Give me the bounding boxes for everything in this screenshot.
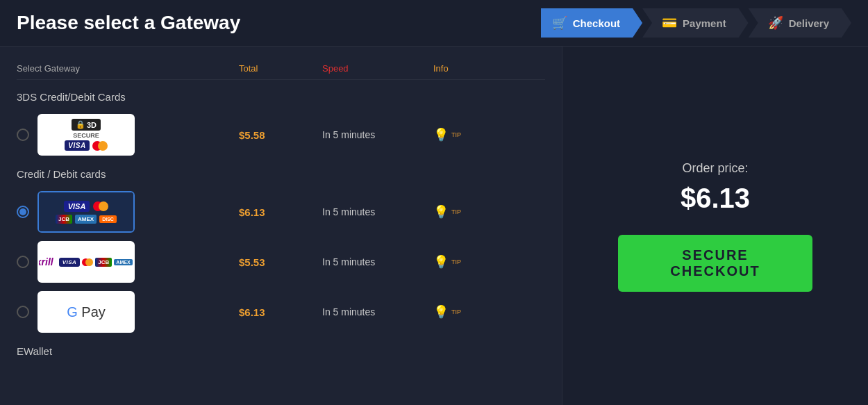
info-gpay[interactable]: 💡 TIP [433,304,489,320]
speed-gpay: In 5 minutes [322,306,433,317]
step-payment[interactable]: 💳 Payment [642,8,749,38]
info-visa-multi[interactable]: 💡 TIP [433,204,489,220]
radio-visa-multi[interactable] [17,206,29,218]
gateway-left-3ds[interactable]: 🔒3D SECURE VISA [17,114,239,156]
step-checkout-label: Checkout [573,17,620,29]
order-price-value: $6.13 [681,183,750,214]
step-payment-label: Payment [683,17,726,29]
radio-3ds[interactable] [17,129,29,141]
price-3ds: $5.58 [239,129,322,141]
main-layout: Select Gateway Total Speed Info 3DS Cred… [0,47,868,405]
table-row: G Pay $6.13 In 5 minutes 💡 TIP [17,287,545,337]
table-row: 🔒3D SECURE VISA $5.58 In 5 minutes 💡 TIP [17,110,545,160]
section-ewallet-title: EWallet [17,345,545,357]
order-summary-panel: Order price: $6.13 SECURE CHECKOUT [562,47,868,405]
col-speed: Speed [322,63,433,74]
price-skrill: $5.53 [239,256,322,268]
speed-3ds: In 5 minutes [322,129,433,140]
gateway-card-visa-multi[interactable]: VISA JCB AMEX DISC [37,191,135,233]
step-delivery-label: Delivery [789,17,829,29]
header: Please select a Gateway 🛒 Checkout 💳 Pay… [0,0,868,47]
price-visa-multi: $6.13 [239,206,322,218]
info-skrill[interactable]: 💡 TIP [433,254,489,270]
steps-nav: 🛒 Checkout 💳 Payment 🚀 Delivery [541,8,851,38]
price-gpay: $6.13 [239,306,322,318]
step-checkout[interactable]: 🛒 Checkout [541,8,642,38]
bulb-icon: 💡 [433,304,449,320]
bulb-icon: 💡 [433,204,449,220]
gateway-card-gpay[interactable]: G Pay [37,291,135,333]
section-credit-title: Credit / Debit cards [17,168,545,180]
step-delivery[interactable]: 🚀 Delivery [749,8,851,38]
secure-checkout-button[interactable]: SECURE CHECKOUT [618,235,812,292]
bulb-icon: 💡 [433,254,449,270]
order-price-label: Order price: [682,161,748,176]
info-3ds[interactable]: 💡 TIP [433,127,489,142]
radio-gpay[interactable] [17,306,29,318]
table-row: VISA JCB AMEX DISC $6.13 In 5 minutes 💡 … [17,187,545,237]
rocket-icon: 🚀 [768,15,783,31]
bulb-icon: 💡 [433,127,449,142]
speed-visa-multi: In 5 minutes [322,206,433,217]
col-gateway: Select Gateway [17,63,239,74]
table-header: Select Gateway Total Speed Info [17,58,545,80]
col-info: Info [433,63,489,74]
speed-skrill: In 5 minutes [322,256,433,267]
section-3ds-title: 3DS Credit/Debit Cards [17,91,545,103]
radio-skrill[interactable] [17,256,29,268]
table-row: Skrill VISA JCB AMEX $5.53 In 5 minutes … [17,237,545,287]
gateway-left-gpay[interactable]: G Pay [17,291,239,333]
page-title: Please select a Gateway [17,12,240,34]
wallet-icon: 💳 [662,15,677,31]
gateway-panel: Select Gateway Total Speed Info 3DS Cred… [0,47,562,405]
gateway-left-visa[interactable]: VISA JCB AMEX DISC [17,191,239,233]
gateway-card-skrill[interactable]: Skrill VISA JCB AMEX [37,241,135,283]
gateway-card-3ds[interactable]: 🔒3D SECURE VISA [37,114,135,156]
cart-icon: 🛒 [552,15,567,31]
gateway-left-skrill[interactable]: Skrill VISA JCB AMEX [17,241,239,283]
col-total: Total [239,63,322,74]
